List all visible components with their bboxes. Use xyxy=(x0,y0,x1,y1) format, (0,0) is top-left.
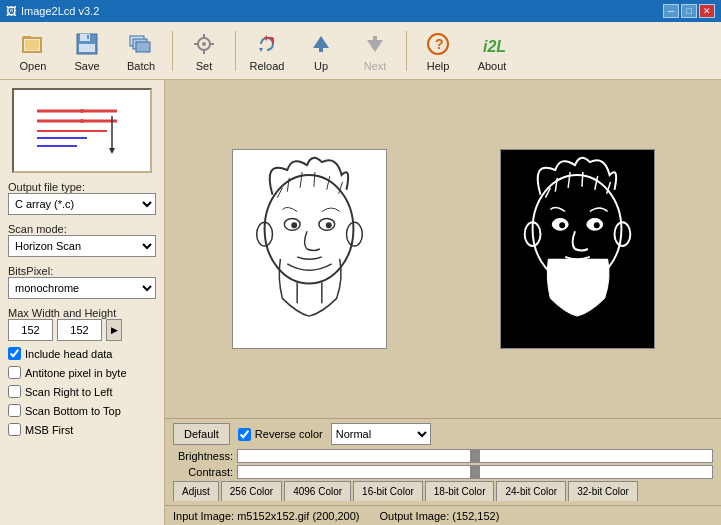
open-icon xyxy=(19,30,47,58)
input-image-svg xyxy=(233,149,386,349)
tab-32bit[interactable]: 32-bit Color xyxy=(568,481,638,501)
minimize-button[interactable]: ─ xyxy=(663,4,679,18)
contrast-label: Contrast: xyxy=(173,466,233,478)
help-button[interactable]: ? Help xyxy=(413,27,463,75)
svg-marker-20 xyxy=(313,36,329,48)
tab-adjust[interactable]: Adjust xyxy=(173,481,219,501)
help-icon: ? xyxy=(424,30,452,58)
svg-point-34 xyxy=(80,109,84,113)
set-label: Set xyxy=(196,60,213,72)
output-image-svg xyxy=(501,149,654,349)
tab-16bit[interactable]: 16-bit Color xyxy=(353,481,423,501)
svg-text:i2L: i2L xyxy=(483,38,506,55)
antitone-label: Antitone pixel in byte xyxy=(25,367,127,379)
scan-preview-svg xyxy=(27,96,137,166)
save-button[interactable]: Save xyxy=(62,27,112,75)
spin-up-button[interactable]: ▶ xyxy=(106,319,122,341)
save-icon xyxy=(73,30,101,58)
svg-point-56 xyxy=(559,222,565,228)
svg-point-35 xyxy=(80,119,84,123)
scan-right-left-row: Scan Right to Left xyxy=(8,385,156,398)
next-button[interactable]: Next xyxy=(350,27,400,75)
normal-select[interactable]: Normal xyxy=(331,423,431,445)
width-input[interactable] xyxy=(8,319,53,341)
batch-icon xyxy=(127,30,155,58)
bottom-controls: Default Reverse color Normal Brightness:… xyxy=(165,418,721,505)
divider-3 xyxy=(406,31,407,71)
svg-rect-9 xyxy=(136,42,150,52)
batch-button[interactable]: Batch xyxy=(116,27,166,75)
antitone-checkbox[interactable] xyxy=(8,366,21,379)
svg-text:?: ? xyxy=(435,36,444,52)
svg-point-57 xyxy=(593,222,599,228)
save-label: Save xyxy=(74,60,99,72)
next-label: Next xyxy=(364,60,387,72)
tab-18bit[interactable]: 18-bit Color xyxy=(425,481,495,501)
input-image-container xyxy=(232,149,387,349)
divider-2 xyxy=(235,31,236,71)
svg-marker-22 xyxy=(367,40,383,52)
scan-right-left-label: Scan Right to Left xyxy=(25,386,112,398)
svg-rect-21 xyxy=(319,48,323,52)
svg-rect-6 xyxy=(87,35,89,39)
svg-rect-23 xyxy=(373,36,377,40)
next-icon xyxy=(361,30,389,58)
svg-point-40 xyxy=(291,222,297,228)
tab-256color[interactable]: 256 Color xyxy=(221,481,282,501)
up-label: Up xyxy=(314,60,328,72)
close-button[interactable]: ✕ xyxy=(699,4,715,18)
center-panel: Default Reverse color Normal Brightness:… xyxy=(165,80,721,525)
toolbar: Open Save Batch xyxy=(0,22,721,80)
msb-first-checkbox[interactable] xyxy=(8,423,21,436)
images-area xyxy=(165,80,721,418)
title-bar-left: 🖼 Image2Lcd v3.2 xyxy=(6,5,99,17)
contrast-row: Contrast: xyxy=(173,465,713,479)
reload-button[interactable]: Reload xyxy=(242,27,292,75)
scan-mode-section: Scan mode: Horizon Scan xyxy=(8,221,156,257)
app-icon: 🖼 xyxy=(6,5,17,17)
include-head-checkbox[interactable] xyxy=(8,347,21,360)
output-image-container xyxy=(500,149,655,349)
contrast-slider[interactable] xyxy=(237,465,713,479)
height-input[interactable] xyxy=(57,319,102,341)
bits-pixel-select[interactable]: monochrome xyxy=(8,277,156,299)
reverse-color-checkbox[interactable] xyxy=(238,428,251,441)
scan-mode-select[interactable]: Horizon Scan xyxy=(8,235,156,257)
reverse-color-row: Reverse color xyxy=(238,428,323,441)
tab-4096color[interactable]: 4096 Color xyxy=(284,481,351,501)
max-wh-label: Max Width and Height xyxy=(8,307,156,319)
open-button[interactable]: Open xyxy=(8,27,58,75)
svg-rect-1 xyxy=(23,36,31,39)
about-label: About xyxy=(478,60,507,72)
output-file-type-select[interactable]: C array (*.c) xyxy=(8,193,156,215)
maximize-button[interactable]: □ xyxy=(681,4,697,18)
brightness-label: Brightness: xyxy=(173,450,233,462)
input-image-status: Input Image: m5152x152.gif (200,200) xyxy=(173,510,360,522)
title-bar: 🖼 Image2Lcd v3.2 ─ □ ✕ xyxy=(0,0,721,22)
set-icon xyxy=(190,30,218,58)
batch-label: Batch xyxy=(127,60,155,72)
wh-inputs-row: ▶ xyxy=(8,319,156,341)
up-button[interactable]: Up xyxy=(296,27,346,75)
output-file-type-section: Output file type: C array (*.c) xyxy=(8,179,156,215)
max-wh-section: Max Width and Height ▶ xyxy=(8,305,156,341)
scan-bottom-top-checkbox[interactable] xyxy=(8,404,21,417)
svg-rect-36 xyxy=(233,150,386,347)
set-button[interactable]: Set xyxy=(179,27,229,75)
brightness-slider[interactable] xyxy=(237,449,713,463)
help-label: Help xyxy=(427,60,450,72)
bits-pixel-section: BitsPixel: monochrome xyxy=(8,263,156,299)
main-content: Output file type: C array (*.c) Scan mod… xyxy=(0,80,721,525)
default-button[interactable]: Default xyxy=(173,423,230,445)
svg-rect-2 xyxy=(25,40,39,50)
svg-marker-33 xyxy=(109,148,115,154)
scan-right-left-checkbox[interactable] xyxy=(8,385,21,398)
about-icon: i2L xyxy=(478,30,506,58)
output-image-status: Output Image: (152,152) xyxy=(380,510,500,522)
about-button[interactable]: i2L About xyxy=(467,27,517,75)
tab-24bit[interactable]: 24-bit Color xyxy=(496,481,566,501)
msb-first-row: MSB First xyxy=(8,423,156,436)
include-head-row: Include head data xyxy=(8,347,156,360)
reverse-color-label: Reverse color xyxy=(255,428,323,440)
up-icon xyxy=(307,30,335,58)
